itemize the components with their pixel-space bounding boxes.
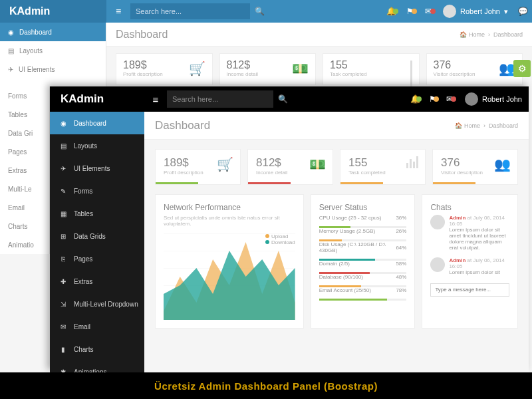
sidebar-blue-continued: FormsTablesData GriPagesExtrasMulti-LeEm… [0, 86, 50, 254]
sidebar-item-label: Tables [74, 210, 93, 217]
chat-input[interactable] [430, 283, 509, 297]
avatar [443, 5, 456, 18]
search-input[interactable] [130, 3, 250, 19]
status-row: Email Account (25/50)78% [319, 287, 407, 293]
pages-icon: ⎘ [59, 255, 67, 263]
sidebar-item-label: Pages [74, 255, 92, 263]
network-performance-panel: Network Performance Sed ut perspiciatis … [155, 194, 304, 329]
data grids-icon: ⊞ [59, 233, 67, 240]
sidebar-item-label: Layouts [74, 142, 97, 150]
bell-icon[interactable]: 🔔 [406, 94, 424, 104]
sidebar-item[interactable]: ▦Tables [50, 202, 144, 225]
sidebar-item[interactable]: Forms [0, 86, 49, 105]
sidebar-item-label: Email [74, 323, 90, 331]
stat-value: 155 [330, 59, 412, 71]
sidebar-item[interactable]: ▤Layouts [50, 134, 144, 157]
sidebar-item-dashboard[interactable]: ◉Dashboard [0, 23, 106, 41]
page-title: Dashboard [155, 119, 210, 132]
sidebar-item-label: UI Elements [74, 165, 110, 172]
page-title-bar: Dashboard 🏠 Home › Dashboard [144, 112, 529, 140]
sidebar-blue: ◉Dashboard ▤Layouts ✈UI Elements [0, 23, 106, 86]
blue-theme-preview: KAdmin ≡ 🔍 🔔 ⚑ ✉ Robert John ▾ 💬 ◉Dashbo… [0, 0, 532, 86]
stat-card: 812$ Income detail 💵 [219, 53, 317, 85]
sidebar-item[interactable]: Animatio [0, 235, 49, 254]
sidebar-item[interactable]: ⎘Pages [50, 247, 144, 270]
chat-message: Admin at July 06, 2014 16:05Lorem ipsum … [430, 257, 509, 275]
sidebar-item[interactable]: ✉Email [50, 315, 144, 338]
sidebar-item[interactable]: Pages [0, 142, 49, 161]
search-icon[interactable]: 🔍 [273, 94, 292, 104]
sidebar-dark: ◉Dashboard▤Layouts✈UI Elements✎Forms▦Tab… [50, 112, 144, 372]
top-header-blue: KAdmin ≡ 🔍 🔔 ⚑ ✉ Robert John ▾ 💬 [0, 0, 532, 23]
user-menu[interactable]: Robert John [458, 92, 529, 106]
menu-toggle-icon[interactable]: ≡ [106, 6, 130, 17]
panel-title: Network Performance [164, 203, 295, 212]
charts-icon: ▮ [59, 346, 67, 353]
dashboard-icon: ◉ [59, 120, 67, 127]
settings-gear-icon[interactable]: ⚙ [513, 60, 531, 77]
stat-card: 376 Visitor description 👥 [426, 53, 523, 85]
sidebar-item[interactable]: ⇲Multi-Level Dropdown [50, 293, 144, 315]
ui elements-icon: ✈ [59, 165, 67, 172]
sidebar-item[interactable]: ✈UI Elements [50, 157, 144, 180]
stat-label: Task completed [330, 71, 412, 77]
sidebar-item-label: Extras [74, 278, 92, 285]
menu-toggle-icon[interactable]: ≡ [144, 94, 167, 105]
stat-card: 812$ Income detail 💵 [247, 149, 333, 185]
sidebar-item-ui[interactable]: ✈UI Elements [0, 60, 106, 78]
sidebar-item[interactable]: Email [0, 198, 49, 217]
status-row: CPU Usage (25 - 32 cpus)36% [319, 215, 407, 221]
mail-icon[interactable]: ✉ [419, 7, 438, 16]
user-menu[interactable]: Robert John ▾ [438, 5, 513, 18]
page-title-bar: Dashboard 🏠 Home › Dashboard [106, 23, 532, 47]
status-row: Memory Usage (2.5GB)26% [319, 228, 407, 234]
flag-icon[interactable]: ⚑ [424, 94, 441, 104]
breadcrumb: 🏠 Home › Dashboard [460, 31, 523, 38]
caption-bar: Ücretsiz Admin Dashboard Panel (Boostrap… [0, 372, 532, 399]
email-icon: ✉ [59, 323, 67, 331]
search-input[interactable] [167, 90, 273, 108]
sidebar-item[interactable]: Data Gri [0, 124, 49, 142]
card-icon: 🛒 [217, 156, 233, 172]
progress-bar [319, 299, 407, 301]
sidebar-item[interactable]: ✎Forms [50, 180, 144, 202]
card-icon: 💵 [309, 156, 326, 172]
stat-label: Task completed [348, 170, 417, 176]
sidebar-item[interactable]: Extras [0, 161, 49, 180]
panel-subtitle: Sed ut perspiciatis unde omnis iste natu… [164, 215, 295, 227]
status-row: Domain (2/5)58% [319, 261, 407, 267]
card-icon [406, 156, 418, 168]
stat-card: 376 Visitor description 👥 [432, 149, 518, 185]
bell-icon[interactable]: 🔔 [382, 7, 400, 16]
sidebar-item-label: Charts [74, 346, 93, 353]
mail-icon[interactable]: ✉ [441, 94, 458, 104]
area-chart: Upload Download [164, 233, 295, 320]
sidebar-item[interactable]: ◉Dashboard [50, 112, 144, 134]
sidebar-item-label: Dashboard [74, 120, 106, 127]
sidebar-item[interactable]: ⊞Data Grids [50, 225, 144, 247]
sidebar-item-layouts[interactable]: ▤Layouts [0, 41, 106, 60]
layouts-icon: ▤ [59, 142, 67, 150]
card-icon: 💵 [292, 61, 309, 76]
multi-level dropdown-icon: ⇲ [59, 301, 67, 308]
brand-logo: KAdmin [0, 0, 106, 23]
top-header-dark: KAdmin ≡ 🔍 🔔 ⚑ ✉ Robert John [50, 86, 529, 112]
flag-icon[interactable]: ⚑ [400, 7, 419, 16]
sidebar-item[interactable]: ▮Charts [50, 338, 144, 360]
chart-legend: Upload Download [265, 233, 295, 245]
stat-card: 155 Task completed [323, 53, 420, 85]
page-title: Dashboard [116, 29, 168, 41]
avatar [430, 215, 445, 229]
server-status-panel: Server Status CPU Usage (25 - 32 cpus)36… [311, 194, 416, 329]
sidebar-item[interactable]: Tables [0, 105, 49, 124]
forms-icon: ✎ [59, 188, 67, 195]
search-icon[interactable]: 🔍 [250, 7, 269, 16]
sidebar-item[interactable]: Charts [0, 217, 49, 235]
sidebar-item-label: Data Grids [74, 233, 106, 240]
tables-icon: ▦ [59, 210, 67, 217]
sidebar-item[interactable]: ✚Extras [50, 270, 144, 293]
avatar [465, 92, 478, 106]
chat-icon[interactable]: 💬 [513, 7, 532, 16]
stat-card: 155 Task completed [340, 149, 426, 185]
sidebar-item[interactable]: Multi-Le [0, 180, 49, 198]
